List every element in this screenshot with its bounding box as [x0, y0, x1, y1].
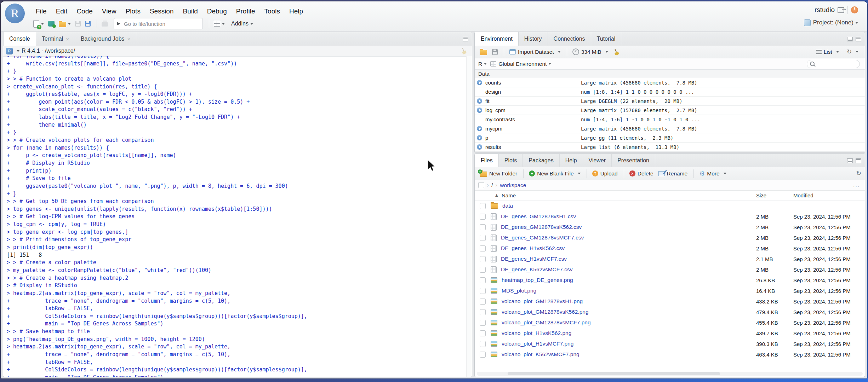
file-name-link[interactable]: DE_genes_K562vsMCF7.csv [501, 266, 572, 273]
file-row[interactable]: MDS_plot.png 16.4 KB Sep 23, 2024, 12:56… [475, 285, 865, 296]
addins-button[interactable]: Addins [228, 20, 255, 28]
file-checkbox[interactable] [480, 224, 486, 230]
file-row[interactable]: DE_genes_H1vsK562.csv 2 MB Sep 23, 2024,… [475, 243, 865, 254]
expand-arrow-icon[interactable] [477, 144, 482, 150]
maximize-pane-icon[interactable] [856, 37, 861, 41]
file-name-link[interactable]: volcano_plot_GM12878vsH1.png [502, 298, 583, 305]
file-checkbox[interactable] [480, 214, 486, 220]
menu-item[interactable]: Help [285, 6, 308, 16]
breadcrumb-root[interactable]: / [491, 182, 493, 189]
environment-row[interactable]: results Large list (6 elements, 13.3 MB) [475, 143, 865, 152]
close-icon[interactable]: × [127, 36, 131, 42]
file-name-link[interactable]: DE_genes_GM12878vsMCF7.csv [501, 235, 584, 241]
file-name-link[interactable]: heatmap_top_DE_genes.png [502, 277, 573, 283]
menu-item[interactable]: Code [72, 6, 97, 16]
file-name-link[interactable]: DE_genes_GM12878vsK562.csv [501, 224, 582, 230]
file-name-link[interactable]: volcano_plot_GM12878vsMCF7.png [502, 319, 591, 326]
file-row[interactable]: DE_genes_GM12878vsH1.csv 2 MB Sep 23, 20… [475, 211, 865, 222]
file-checkbox[interactable] [480, 288, 486, 294]
scope-selector[interactable]: Global Environment [498, 61, 547, 67]
file-row[interactable]: DE_genes_H1vsMCF7.csv 2.1 MB Sep 23, 202… [475, 254, 865, 264]
file-row[interactable]: DE_genes_GM12878vsK562.csv 2 MB Sep 23, … [475, 222, 865, 232]
file-name-link[interactable]: volcano_plot_GM12878vsK562.png [502, 309, 589, 315]
file-row[interactable]: volcano_plot_K562vsMCF7.png 463.4 KB Sep… [475, 349, 865, 360]
file-name-link[interactable]: volcano_plot_H1vsK562.png [502, 330, 571, 336]
environment-row[interactable]: log_cpm Large matrix (157680 elements, 2… [475, 106, 865, 115]
save-all-button[interactable] [84, 20, 92, 27]
goto-file-input[interactable] [123, 21, 190, 27]
scrollbar-thumb[interactable] [508, 372, 720, 375]
menu-item[interactable]: File [31, 6, 51, 16]
file-row[interactable]: heatmap_top_DE_genes.png 26.8 KB Sep 23,… [475, 275, 865, 285]
menu-item[interactable]: Tools [260, 6, 285, 16]
file-name-link[interactable]: DE_genes_GM12878vsH1.csv [501, 213, 576, 220]
environment-row[interactable]: fit Large DGEGLM (22 elements, 20 MB) [475, 97, 865, 106]
file-checkbox[interactable] [480, 309, 486, 315]
expand-arrow-icon[interactable] [477, 80, 482, 85]
file-name-link[interactable]: DE_genes_H1vsMCF7.csv [501, 256, 567, 262]
tab-files[interactable]: Files [475, 154, 499, 168]
file-row[interactable]: volcano_plot_GM12878vsK562.png 479.4 KB … [475, 307, 865, 317]
column-name[interactable]: Name [502, 192, 516, 198]
tab-console[interactable]: Console [3, 32, 36, 46]
tab-environment[interactable]: Environment [475, 32, 519, 46]
save-workspace-button[interactable] [490, 48, 500, 56]
delete-button[interactable]: ×Delete [627, 169, 656, 178]
chevron-down-icon[interactable] [17, 50, 19, 53]
quit-session-icon[interactable] [851, 6, 858, 13]
console-output[interactable]: > for (name in names(results)) {+ write.… [3, 56, 466, 377]
maximize-pane-icon[interactable] [463, 37, 468, 41]
file-checkbox[interactable] [480, 320, 486, 326]
import-dataset-button[interactable]: Import Dataset [507, 48, 563, 56]
file-row[interactable]: volcano_plot_GM12878vsMCF7.png 455.4 KB … [475, 317, 865, 328]
tab-background-jobs[interactable]: Background Jobs× [75, 32, 136, 46]
minimize-pane-icon[interactable] [847, 37, 853, 41]
menu-item[interactable]: Debug [202, 6, 232, 16]
file-checkbox[interactable] [480, 267, 486, 273]
tab-plots[interactable]: Plots [499, 154, 523, 167]
clear-console-icon[interactable] [459, 47, 467, 55]
menu-item[interactable]: Session [145, 6, 178, 16]
breadcrumb-workspace[interactable]: workspace [500, 182, 526, 189]
environment-row[interactable]: my.contrasts num [1:4, 1:6] 1 -1 0 0 1 0… [475, 115, 865, 124]
expand-arrow-icon[interactable] [477, 108, 482, 113]
console-scrollbar[interactable] [466, 56, 472, 377]
files-horizontal-scrollbar[interactable] [477, 372, 863, 376]
maximize-pane-icon[interactable] [856, 158, 861, 163]
close-icon[interactable]: × [66, 36, 69, 42]
menu-item[interactable]: Build [178, 6, 202, 16]
upload-button[interactable]: ↑Upload [590, 169, 620, 178]
save-button[interactable] [74, 20, 82, 27]
file-row[interactable]: DE_genes_K562vsMCF7.csv 2 MB Sep 23, 202… [475, 264, 865, 275]
expand-arrow-icon[interactable] [477, 98, 482, 104]
tab-terminal[interactable]: Terminal× [36, 32, 75, 46]
tab-tutorial[interactable]: Tutorial [591, 32, 622, 46]
file-row[interactable]: data [475, 201, 865, 211]
new-folder-button[interactable]: New Folder [478, 169, 519, 178]
file-name-link[interactable]: DE_genes_H1vsK562.csv [501, 245, 565, 251]
expand-arrow-icon[interactable] [477, 126, 482, 131]
tab-connections[interactable]: Connections [548, 32, 591, 46]
print-button[interactable] [100, 20, 109, 27]
list-view-button[interactable]: List [814, 48, 841, 56]
tab-packages[interactable]: Packages [523, 154, 559, 167]
refresh-icon[interactable]: ↻ [856, 170, 861, 176]
file-row[interactable]: volcano_plot_H1vsK562.png 439.7 KB Sep 2… [475, 328, 865, 338]
load-workspace-button[interactable] [478, 47, 489, 56]
file-row[interactable]: volcano_plot_GM12878vsH1.png 438.2 KB Se… [475, 296, 865, 307]
open-in-new-icon[interactable] [838, 7, 844, 13]
new-project-button[interactable] [47, 20, 56, 27]
environment-search-box[interactable] [807, 60, 860, 68]
pane-layout-button[interactable] [212, 20, 226, 27]
breadcrumb-more-button[interactable]: ... [853, 182, 860, 189]
minimize-pane-icon[interactable] [847, 158, 853, 163]
expand-arrow-icon[interactable] [477, 135, 482, 140]
file-checkbox[interactable] [480, 245, 486, 251]
file-checkbox[interactable] [480, 235, 486, 241]
new-file-button[interactable] [32, 19, 45, 28]
new-blank-file-button[interactable]: +New Blank File [527, 169, 582, 178]
file-name-link[interactable]: data [502, 203, 513, 209]
tab-help[interactable]: Help [560, 154, 583, 167]
file-checkbox[interactable] [480, 256, 486, 262]
open-file-button[interactable] [57, 20, 72, 28]
